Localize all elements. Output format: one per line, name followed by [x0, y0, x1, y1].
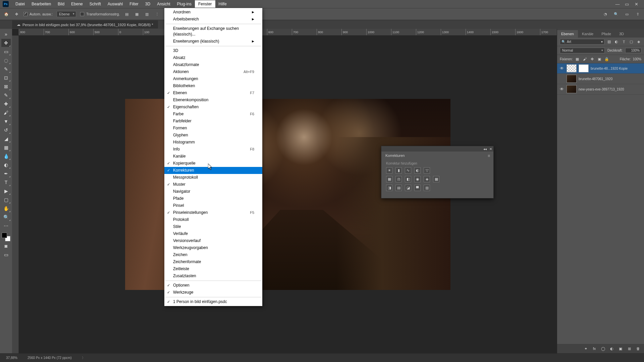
pen-tool[interactable]: ✒ — [1, 170, 11, 178]
menu-bearbeiten[interactable]: Bearbeiten — [28, 0, 54, 8]
move-tool[interactable]: ✥ — [1, 39, 11, 47]
filter-type-icon[interactable]: T — [621, 39, 627, 45]
visibility-icon[interactable]: 👁 — [559, 87, 565, 92]
menu-datei[interactable]: Datei — [12, 0, 28, 8]
layer-filter-search[interactable]: 🔍 Art ▾ — [560, 39, 604, 45]
brush-tool[interactable]: 🖌 — [1, 109, 11, 117]
photo-filter-icon[interactable]: ◉ — [414, 176, 421, 182]
layer-thumb[interactable] — [567, 75, 577, 83]
menu-item-glyphen[interactable]: Glyphen — [164, 132, 262, 139]
document-tab[interactable]: ☁ Person in bild einfügen.psdc bei 37,9%… — [12, 20, 158, 28]
menu-item-1-person-in-bild-einf-gen-psdc[interactable]: ✓1 Person in bild einfügen.psdc — [164, 298, 262, 305]
menu-item-zeitleiste[interactable]: Zeitleiste — [164, 265, 262, 273]
layer-thumb[interactable] — [567, 85, 577, 93]
levels-icon[interactable]: ▮ — [395, 167, 402, 174]
auto-select-checkbox[interactable]: Autom. ausw.: — [23, 12, 53, 16]
layer-thumb[interactable] — [567, 64, 577, 72]
menu-item-versionsverlauf[interactable]: Versionsverlauf — [164, 237, 262, 244]
healing-tool[interactable]: ✚ — [1, 100, 11, 108]
crop-tool[interactable]: ⊡ — [1, 74, 11, 82]
vibrance-icon[interactable]: ▽ — [424, 167, 430, 174]
layer-fx-icon[interactable]: fx — [592, 346, 597, 351]
filter-shape-icon[interactable]: ▢ — [629, 39, 634, 45]
share-icon[interactable]: ⇧ — [635, 11, 641, 17]
group-icon[interactable]: ▣ — [618, 346, 623, 351]
stamp-tool[interactable]: ▼ — [1, 117, 11, 125]
close-panel-icon[interactable]: ✕ — [489, 147, 492, 151]
rectangle-tool[interactable]: ▢ — [1, 196, 11, 204]
menu-fenster[interactable]: Fenster — [195, 0, 215, 8]
menu-item-protokoll[interactable]: Protokoll — [164, 216, 262, 223]
align-center-icon[interactable]: ▦ — [134, 11, 140, 17]
layer-row[interactable]: 👁new-years-eve-3897713_1920 — [557, 84, 644, 95]
menu-item-erweiterungen-klassisch-[interactable]: Erweiterungen (klassisch)▶ — [164, 38, 262, 45]
menu-item-ebenenkomposition[interactable]: Ebenenkomposition — [164, 97, 262, 104]
align-right-icon[interactable]: ▥ — [144, 11, 150, 17]
filter-adjust-icon[interactable]: ◐ — [614, 39, 619, 45]
gradient-map-icon[interactable]: ▀ — [414, 185, 421, 191]
brightness-contrast-icon[interactable]: ☀ — [386, 167, 392, 174]
menu-hilfe[interactable]: Hilfe — [215, 0, 230, 8]
marquee-tool[interactable]: ▭ — [1, 48, 11, 56]
auto-select-mode[interactable]: Ebene — [57, 11, 76, 17]
color-balance-icon[interactable]: ⚖ — [395, 176, 402, 182]
home-icon[interactable]: 🏠 — [3, 11, 9, 17]
layer-row[interactable]: brunette-487061_1920 — [557, 74, 644, 84]
menu-item-anordnen[interactable]: Anordnen▶ — [164, 9, 262, 16]
layer-row[interactable]: 👁brunette-48...1920 Kopie — [557, 63, 644, 74]
dodge-tool[interactable]: ◐ — [1, 161, 11, 169]
align-left-icon[interactable]: ▤ — [124, 11, 130, 17]
new-layer-icon[interactable]: ⊞ — [627, 346, 632, 351]
hue-sat-icon[interactable]: ▦ — [386, 176, 392, 182]
panel-menu-icon[interactable]: ≡ — [484, 152, 493, 160]
delete-layer-icon[interactable]: 🗑 — [635, 346, 641, 351]
menu-item-pfade[interactable]: Pfade — [164, 195, 262, 202]
layer-mask-icon[interactable]: ◯ — [600, 346, 606, 351]
menu-item-farbfelder[interactable]: Farbfelder — [164, 118, 262, 125]
fill-input[interactable]: 100% — [633, 57, 641, 61]
menu-item-kopierquelle[interactable]: ✓Kopierquelle — [164, 160, 262, 167]
menu-bild[interactable]: Bild — [54, 0, 68, 8]
status-chevron-icon[interactable]: 〉 — [82, 356, 85, 360]
tab-pfade[interactable]: Pfade — [597, 30, 615, 38]
tab-kanäle[interactable]: Kanäle — [578, 30, 597, 38]
menu-item-werkzeuge[interactable]: ✓Werkzeuge — [164, 289, 262, 296]
foreground-color-swatch[interactable] — [2, 233, 7, 238]
minimize-icon[interactable]: — — [615, 2, 620, 7]
menu-item-werkzeugvorgaben[interactable]: Werkzeugvorgaben — [164, 244, 262, 251]
posterize-icon[interactable]: ▤ — [395, 185, 402, 191]
distribute-h-icon[interactable]: ⋮ — [154, 11, 160, 17]
cloud-docs-icon[interactable]: ◔ — [602, 11, 608, 17]
menu-item-3d[interactable]: 3D — [164, 47, 262, 54]
lock-all-icon[interactable]: 🔒 — [604, 56, 609, 62]
mask-thumb[interactable] — [579, 64, 589, 72]
close-icon[interactable]: ✕ — [634, 2, 639, 7]
gradient-tool[interactable]: ▦ — [1, 143, 11, 152]
eyedropper-tool[interactable]: ✎ — [1, 91, 11, 99]
menu-item-absatz[interactable]: Absatz — [164, 54, 262, 61]
lock-position-icon[interactable]: ✥ — [589, 56, 595, 62]
menu-3d[interactable]: 3D — [142, 0, 154, 8]
menu-item-aktionen[interactable]: AktionenAlt+F9 — [164, 68, 262, 75]
visibility-icon[interactable]: 👁 — [559, 66, 565, 71]
menu-ebene[interactable]: Ebene — [68, 0, 86, 8]
lock-artboard-icon[interactable]: ▣ — [597, 56, 602, 62]
menu-item-ebenen[interactable]: ✓EbenenF7 — [164, 89, 262, 97]
opacity-input[interactable]: 100% — [625, 48, 641, 53]
menu-item-navigator[interactable]: Navigator — [164, 188, 262, 195]
quick-select-tool[interactable]: ✎ — [1, 65, 11, 73]
menu-item-optionen[interactable]: ✓Optionen — [164, 282, 262, 289]
history-brush-tool[interactable]: ↺ — [1, 126, 11, 134]
lasso-tool[interactable]: ◌ — [1, 56, 11, 64]
adjustments-panel-tab[interactable]: Korrekturen — [381, 152, 409, 159]
channel-mixer-icon[interactable]: ◈ — [424, 176, 430, 182]
menu-plug-ins[interactable]: Plug-ins — [174, 0, 195, 8]
menu-item-verl-ufe[interactable]: Verläufe — [164, 230, 262, 237]
transform-controls-checkbox[interactable]: Transformationsstrg. — [80, 12, 120, 16]
menu-item-formen[interactable]: Formen — [164, 125, 262, 132]
adjustment-layer-icon[interactable]: ◐ — [609, 346, 614, 351]
menu-item-arbeitsbereich[interactable]: Arbeitsbereich▶ — [164, 16, 262, 23]
menu-item-anmerkungen[interactable]: Anmerkungen — [164, 75, 262, 82]
color-lookup-icon[interactable]: ▦ — [433, 176, 439, 182]
menu-item-pinseleinstellungen[interactable]: ✓PinseleinstellungenF5 — [164, 209, 262, 216]
